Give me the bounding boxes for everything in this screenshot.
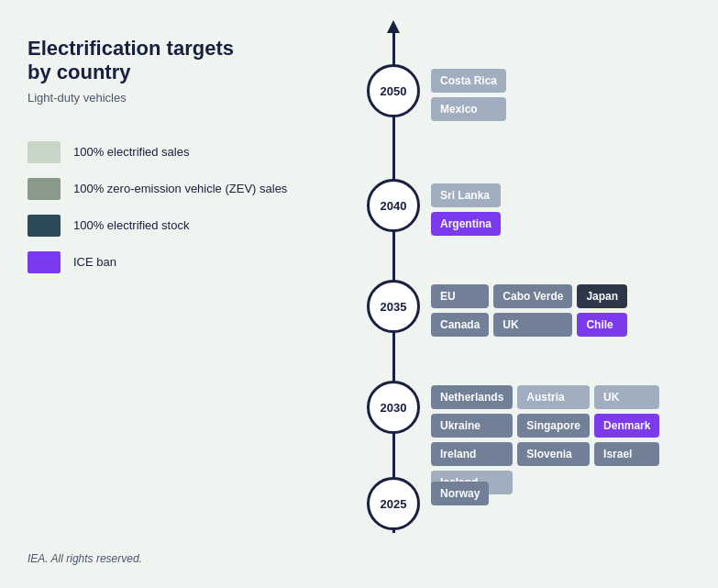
tag-cabo-verde: Cabo Verde [493,284,572,308]
tag-uk: UK [493,313,572,337]
legend-color-electrified-sales [28,141,61,163]
tag-mexico: Mexico [431,97,506,121]
tags-group-2030: NetherlandsAustriaUKUkraineSingaporeDenm… [431,385,659,494]
year-node-2030: 2030 [367,381,420,434]
tag-singapore: Singapore [517,414,590,438]
year-node-2035: 2035 [367,280,420,333]
tag-costa-rica: Costa Rica [431,69,506,93]
tag-slovenia: Slovenia [517,442,590,466]
tag-canada: Canada [431,313,489,337]
tags-group-2040: Sri LankaArgentina [431,183,501,236]
tag-norway: Norway [431,482,489,505]
tag-uk: UK [594,385,659,409]
chart-title: Electrification targetsby country [28,37,321,85]
tags-group-2035: EUCabo VerdeJapanCanadaUKChile [431,284,627,337]
year-node-2025: 2025 [367,477,420,530]
tag-eu: EU [431,284,489,308]
tag-argentina: Argentina [431,212,501,236]
main-container: Electrification targetsby country Light-… [0,0,718,588]
tag-israel: Israel [594,442,659,466]
tag-denmark: Denmark [594,414,659,438]
legend-label-zev-sales: 100% zero-emission vehicle (ZEV) sales [73,182,287,195]
legend: 100% electrified sales 100% zero-emissio… [28,141,321,273]
left-panel: Electrification targetsby country Light-… [0,0,348,588]
legend-item-ice-ban: ICE ban [28,251,321,273]
chart-subtitle: Light-duty vehicles [28,91,321,105]
timeline-panel: 2050Costa RicaMexico2040Sri LankaArgenti… [348,0,718,588]
tag-ukraine: Ukraine [431,414,513,438]
legend-color-electrified-stock [28,215,61,237]
legend-label-electrified-sales: 100% electrified sales [73,145,189,159]
tag-netherlands: Netherlands [431,385,513,409]
tag-chile: Chile [577,313,627,337]
legend-label-ice-ban: ICE ban [73,255,116,269]
tags-group-2050: Costa RicaMexico [431,69,506,121]
legend-color-ice-ban [28,251,61,273]
year-node-2040: 2040 [367,179,420,232]
legend-label-electrified-stock: 100% electrified stock [73,218,189,232]
legend-color-zev-sales [28,178,61,200]
legend-item-zev-sales: 100% zero-emission vehicle (ZEV) sales [28,178,321,200]
legend-item-electrified-stock: 100% electrified stock [28,215,321,237]
tag-ireland: Ireland [431,442,513,466]
legend-item-electrified-sales: 100% electrified sales [28,141,321,163]
tag-japan: Japan [577,284,627,308]
tag-sri-lanka: Sri Lanka [431,183,501,207]
tags-group-2025: Norway [431,482,489,505]
year-node-2050: 2050 [367,64,420,117]
tag-austria: Austria [517,385,590,409]
footer: IEA. All rights reserved. [28,552,142,565]
